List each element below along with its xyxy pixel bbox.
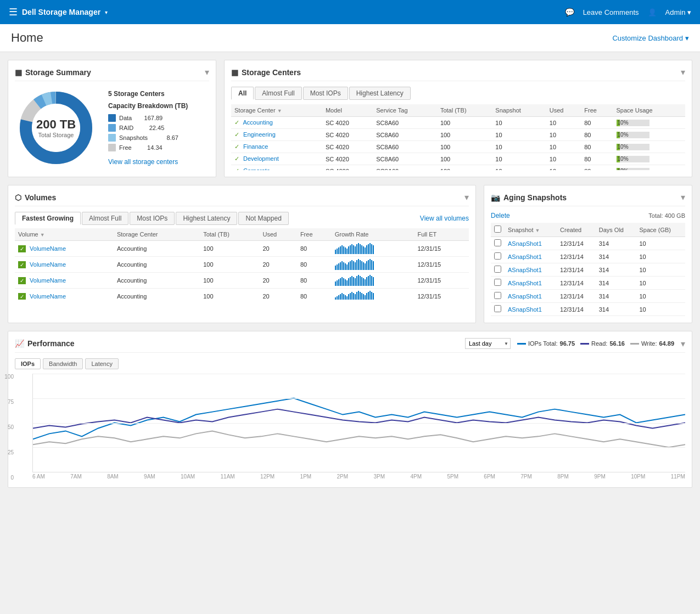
tab-bandwidth[interactable]: Bandwidth <box>43 358 83 369</box>
admin-menu[interactable]: Admin ▾ <box>665 8 691 16</box>
snap-name: ASnapShot1 <box>505 277 557 290</box>
snapshot-name-link[interactable]: ASnapShot1 <box>508 240 542 247</box>
col-space-usage: Space Usage <box>613 104 685 117</box>
comment-icon: 💬 <box>565 8 574 16</box>
snapshot-checkbox[interactable] <box>494 279 501 286</box>
view-all-storage-centers-link[interactable]: View all storage centers <box>108 158 188 166</box>
tab-vol-almost-full[interactable]: Almost Full <box>82 212 128 225</box>
mini-bar <box>373 261 374 270</box>
tab-highest-latency[interactable]: Highest Latency <box>349 87 411 100</box>
snapshot-name-link[interactable]: ASnapShot1 <box>508 293 542 300</box>
mini-bar <box>343 294 344 300</box>
snap-created: 12/31/14 <box>557 263 596 277</box>
app-menu-icon[interactable]: ☰ <box>9 6 18 18</box>
sc-total: 100 <box>437 165 492 171</box>
storage-centers-collapse[interactable]: ▾ <box>681 67 685 77</box>
mini-bar <box>348 246 349 254</box>
vol-total: 100 <box>200 257 259 273</box>
tab-almost-full[interactable]: Almost Full <box>255 87 301 100</box>
snapshot-checkbox[interactable] <box>494 305 501 312</box>
snapshot-checkbox[interactable] <box>494 239 501 246</box>
sc-name-link[interactable]: Development <box>243 155 279 162</box>
snap-col-check <box>491 223 505 237</box>
sc-name-link[interactable]: Accounting <box>243 119 272 126</box>
vol-free: 80 <box>297 241 332 257</box>
storage-summary-collapse[interactable]: ▾ <box>205 67 209 77</box>
legend-read: Read: 56.16 <box>580 340 625 347</box>
sc-snapshot: 10 <box>492 153 546 165</box>
volumes-collapse[interactable]: ▾ <box>464 192 469 202</box>
snap-created: 12/31/14 <box>557 250 596 263</box>
delete-button[interactable]: Delete <box>491 212 510 219</box>
vol-growth-rate <box>332 289 415 300</box>
aging-snapshots-card: 📷 Aging Snapshots ▾ Delete Total: 400 GB… <box>484 185 692 323</box>
table-row: ✓ Development SC 4020 SC8A60 100 10 10 8… <box>231 153 685 165</box>
mini-bar <box>361 293 362 300</box>
tab-not-mapped[interactable]: Not Mapped <box>238 212 288 225</box>
sc-name-link[interactable]: Engineering <box>243 131 276 138</box>
header-dropdown-arrow[interactable]: ▾ <box>105 9 108 15</box>
volumes-table-scroll[interactable]: Volume ▼ Storage Center Total (TB) Used … <box>15 228 469 300</box>
select-all-snapshots[interactable] <box>494 226 501 233</box>
snapshot-name-link[interactable]: ASnapShot1 <box>508 280 542 286</box>
mini-bar <box>351 244 352 254</box>
vol-name-link[interactable]: VolumeName <box>30 293 66 300</box>
tab-all[interactable]: All <box>231 87 254 100</box>
perf-legend: IOPs Total: 96.75 Read: 56.16 Write: 64.… <box>517 340 674 347</box>
mini-bar <box>360 260 361 270</box>
snapshot-name-link[interactable]: ASnapShot1 <box>508 254 542 260</box>
col-model: Model <box>322 104 373 117</box>
mini-bar <box>353 261 354 270</box>
snap-days-old: 314 <box>596 250 636 263</box>
vol-name-link[interactable]: VolumeName <box>30 277 66 284</box>
sc-service-tag: SC8A60 <box>373 165 437 171</box>
status-check: ✓ <box>234 119 239 126</box>
leave-comments-link[interactable]: Leave Comments <box>583 8 639 16</box>
sc-service-tag: SC8A60 <box>373 153 437 165</box>
snapshot-checkbox[interactable] <box>494 292 501 299</box>
tab-iops[interactable]: IOPs <box>15 358 41 369</box>
snapshot-table-scroll[interactable]: Snapshot ▼ Created Days Old Space (GB) A… <box>491 223 685 316</box>
customize-dashboard-button[interactable]: Customize Dashboard ▾ <box>612 34 689 42</box>
sc-snapshot: 10 <box>492 129 546 141</box>
mini-bar <box>360 276 361 286</box>
snap-space: 10 <box>636 303 685 316</box>
app-title: Dell Storage Manager <box>22 8 100 16</box>
header-right: 💬 Leave Comments 👤 Admin ▾ <box>565 8 691 16</box>
status-check: ✓ <box>234 155 239 162</box>
sc-name-link[interactable]: Corporate <box>243 167 270 170</box>
mini-bar <box>360 244 361 254</box>
aging-collapse[interactable]: ▾ <box>681 192 685 202</box>
snapshot-name-link[interactable]: ASnapShot1 <box>508 267 542 273</box>
snapshot-checkbox[interactable] <box>494 266 501 273</box>
sc-space-usage: 10% <box>613 165 685 171</box>
vol-name-link[interactable]: VolumeName <box>30 261 66 268</box>
legend-write: Write: 64.89 <box>630 340 674 347</box>
sc-used: 10 <box>546 129 581 141</box>
sc-name-link[interactable]: Finanace <box>243 143 268 150</box>
sc-model: SC 4020 <box>322 117 373 129</box>
performance-collapse[interactable]: ▾ <box>681 339 685 349</box>
view-all-volumes-link[interactable]: View all volumes <box>420 215 469 222</box>
mini-bar <box>365 279 366 286</box>
tab-most-iops[interactable]: Most IOPs <box>303 87 348 100</box>
vol-used: 20 <box>259 241 296 257</box>
table-row: ✓ VolumeName Accounting 100 20 80 12/31/… <box>15 257 469 273</box>
mini-bar <box>337 264 338 270</box>
aging-icon: 📷 <box>491 193 500 202</box>
time-range-select[interactable]: Last day Last week Last month <box>465 338 511 349</box>
performance-card: 📈 Performance Last day Last week Last mo… <box>8 331 692 488</box>
sc-free: 80 <box>581 153 613 165</box>
snapshot-name-link[interactable]: ASnapShot1 <box>508 306 542 313</box>
sc-model: SC 4020 <box>322 153 373 165</box>
snapshot-checkbox[interactable] <box>494 252 501 260</box>
tab-latency[interactable]: Latency <box>85 358 119 369</box>
mini-bar <box>355 278 356 286</box>
tab-fastest-growing[interactable]: Fastest Growing <box>15 212 81 225</box>
snap-check-cell <box>491 277 505 290</box>
iops-line-legend <box>517 343 526 345</box>
storage-centers-table-scroll[interactable]: Storage Center ▼ Model Service Tag Total… <box>231 104 685 170</box>
tab-vol-highest-latency[interactable]: Highest Latency <box>176 212 237 225</box>
vol-name-link[interactable]: VolumeName <box>30 245 66 252</box>
tab-vol-most-iops[interactable]: Most IOPs <box>130 212 175 225</box>
